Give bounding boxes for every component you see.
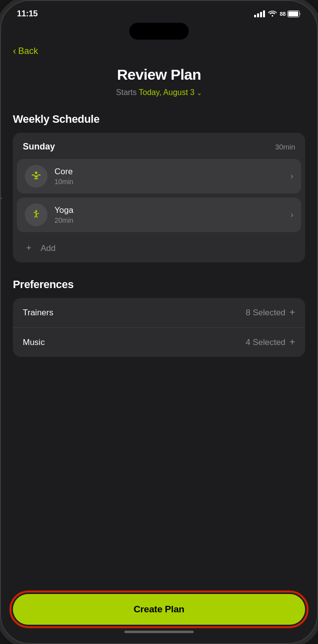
phone-frame: 11:15 88 [0,0,318,644]
battery-level: 88 [280,11,286,17]
day-header: Sunday 30min [13,133,305,159]
yoga-exercise-duration: 20min [54,216,291,224]
music-plus-icon: + [289,337,295,348]
core-icon-circle [25,165,48,188]
status-time: 11:15 [17,9,38,19]
yoga-icon-circle [25,203,48,226]
dynamic-island [129,23,189,40]
music-selected-count: 4 Selected [246,338,285,347]
music-label: Music [23,338,45,347]
trainers-selected-count: 8 Selected [246,308,285,318]
exercise-item-yoga[interactable]: Yoga 20min › [17,198,301,232]
battery-icon [287,10,301,17]
day-name: Sunday [23,142,55,152]
core-exercise-chevron-icon: › [291,172,293,181]
trainers-plus-icon: + [289,307,295,318]
status-bar: 11:15 88 [1,1,317,23]
home-indicator [124,631,194,633]
music-preference-row[interactable]: Music 4 Selected + [13,328,305,357]
core-exercise-name: Core [54,167,291,177]
core-exercise-icon [30,170,42,182]
bottom-area: Create Plan [1,588,317,643]
status-icons: 88 [254,10,301,18]
core-exercise-duration: 10min [54,178,291,186]
exercise-item-core[interactable]: Core 10min › [17,159,301,194]
preferences-card: Trainers 8 Selected + Music 4 Selected + [13,298,305,357]
yoga-exercise-name: Yoga [54,205,291,215]
left-arrow-button[interactable]: › [1,193,2,203]
add-icon: + [23,243,35,253]
svg-rect-1 [288,11,298,16]
scroll-content: ‹ Back Review Plan Starts Today, August … [1,42,317,588]
day-total-duration: 30min [275,143,295,151]
trainers-label: Trainers [23,308,53,318]
weekly-schedule-title: Weekly Schedule [13,113,305,126]
back-label: Back [18,46,38,56]
page-title: Review Plan [13,66,305,83]
signal-bars-icon [254,10,265,17]
battery-container: 88 [280,10,301,17]
add-label: Add [41,244,55,253]
starts-date: Today, August 3 [139,88,195,97]
starts-row[interactable]: Starts Today, August 3 ⌄ [13,88,305,97]
preferences-title: Preferences [13,278,305,291]
trainers-preference-row[interactable]: Trainers 8 Selected + [13,298,305,328]
yoga-exercise-icon [30,209,42,221]
yoga-exercise-chevron-icon: › [291,210,293,219]
trainers-value: 8 Selected + [246,307,295,318]
music-value: 4 Selected + [246,337,295,348]
schedule-card: › Sunday 30min [13,133,305,262]
create-plan-button[interactable]: Create Plan [13,594,305,625]
phone-screen: 11:15 88 [1,1,317,643]
wifi-icon [268,10,277,18]
add-exercise-button[interactable]: + Add [13,236,305,262]
back-chevron-icon: ‹ [13,45,16,56]
yoga-exercise-info: Yoga 20min [54,205,291,224]
core-exercise-info: Core 10min [54,167,291,186]
starts-chevron-icon: ⌄ [197,89,202,97]
back-button[interactable]: ‹ Back [13,46,305,56]
starts-label: Starts [116,88,137,97]
svg-point-2 [35,172,38,174]
svg-point-3 [35,210,37,212]
